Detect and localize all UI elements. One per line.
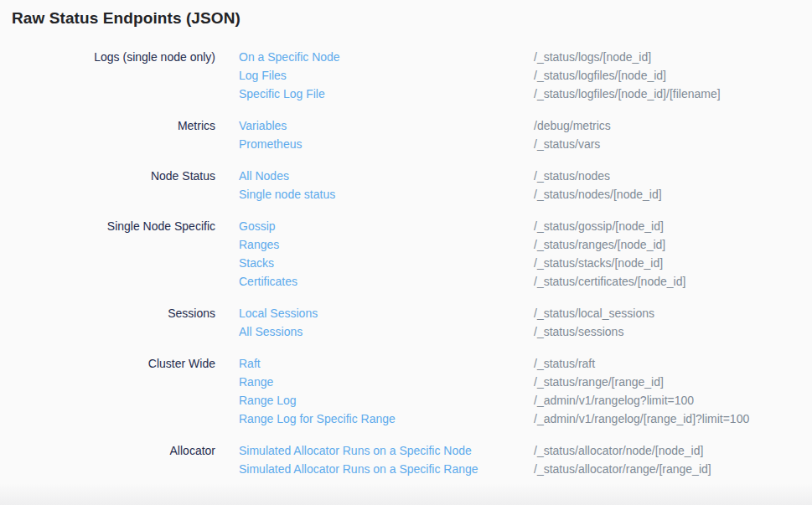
endpoint-path: /_status/nodes: [534, 167, 812, 185]
endpoint-row: Range Log for Specific Range/_admin/v1/r…: [239, 410, 812, 428]
endpoint-path: /_status/nodes/[node_id]: [534, 185, 812, 204]
endpoint-row: Raft/_status/raft: [239, 354, 812, 373]
endpoint-row: Log Files/_status/logfiles/[node_id]: [239, 66, 812, 85]
endpoint-row: Simulated Allocator Runs on a Specific R…: [239, 460, 812, 478]
endpoint-path: /_status/sessions: [534, 322, 812, 341]
entry-list: Variables/debug/metricsPrometheus/_statu…: [239, 116, 812, 153]
endpoint-path: /_status/certificates/[node_id]: [534, 272, 812, 291]
endpoint-link[interactable]: Variables: [239, 116, 534, 135]
endpoint-link[interactable]: Range Log: [239, 391, 534, 410]
endpoint-row: Simulated Allocator Runs on a Specific N…: [239, 441, 812, 460]
endpoint-row: All Sessions/_status/sessions: [239, 322, 812, 341]
endpoint-path: /_status/logfiles/[node_id]/[filename]: [534, 85, 812, 103]
endpoint-link[interactable]: Gossip: [239, 217, 534, 235]
endpoint-path: /_status/allocator/node/[node_id]: [534, 441, 812, 460]
endpoint-path: /_status/local_sessions: [534, 304, 812, 322]
endpoint-group: SessionsLocal Sessions/_status/local_ses…: [0, 304, 812, 341]
endpoint-link[interactable]: Single node status: [239, 185, 534, 204]
category-label: Allocator: [0, 441, 215, 478]
category-label: Single Node Specific: [0, 217, 215, 291]
endpoint-path: /_status/gossip/[node_id]: [534, 217, 812, 235]
page-title: Raw Status Endpoints (JSON): [12, 9, 240, 28]
endpoint-row: Specific Log File/_status/logfiles/[node…: [239, 85, 812, 103]
entry-list: Simulated Allocator Runs on a Specific N…: [239, 441, 812, 478]
endpoint-link[interactable]: Raft: [239, 354, 534, 373]
endpoint-path: /debug/metrics: [534, 116, 812, 135]
endpoint-group: Cluster WideRaft/_status/raftRange/_stat…: [0, 354, 812, 428]
endpoint-link[interactable]: Simulated Allocator Runs on a Specific R…: [239, 460, 534, 478]
endpoint-row: Range Log/_admin/v1/rangelog?limit=100: [239, 391, 812, 410]
endpoint-link[interactable]: Range Log for Specific Range: [239, 410, 534, 428]
endpoint-group: AllocatorSimulated Allocator Runs on a S…: [0, 441, 812, 478]
endpoint-row: Single node status/_status/nodes/[node_i…: [239, 185, 812, 204]
endpoint-path: /_status/logfiles/[node_id]: [534, 66, 812, 85]
endpoint-path: /_status/stacks/[node_id]: [534, 254, 812, 272]
endpoint-group: Logs (single node only)On a Specific Nod…: [0, 48, 812, 103]
endpoint-row: Gossip/_status/gossip/[node_id]: [239, 217, 812, 235]
endpoint-path: /_status/logs/[node_id]: [534, 48, 812, 66]
endpoint-group: MetricsVariables/debug/metricsPrometheus…: [0, 116, 812, 153]
endpoint-row: Variables/debug/metrics: [239, 116, 812, 135]
endpoint-groups: Logs (single node only)On a Specific Nod…: [0, 48, 812, 492]
endpoint-row: Certificates/_status/certificates/[node_…: [239, 272, 812, 291]
endpoint-path: /_status/raft: [534, 354, 812, 373]
endpoint-link[interactable]: All Sessions: [239, 322, 534, 341]
endpoint-link[interactable]: Prometheus: [239, 135, 534, 153]
endpoint-row: On a Specific Node/_status/logs/[node_id…: [239, 48, 812, 66]
entry-list: Raft/_status/raftRange/_status/range/[ra…: [239, 354, 812, 428]
endpoint-path: /_status/range/[range_id]: [534, 373, 812, 391]
endpoint-row: Range/_status/range/[range_id]: [239, 373, 812, 391]
endpoint-link[interactable]: On a Specific Node: [239, 48, 534, 66]
entry-list: On a Specific Node/_status/logs/[node_id…: [239, 48, 812, 103]
entry-list: All Nodes/_status/nodesSingle node statu…: [239, 167, 812, 204]
endpoint-link[interactable]: Log Files: [239, 66, 534, 85]
category-label: Sessions: [0, 304, 215, 341]
endpoint-link[interactable]: Specific Log File: [239, 85, 534, 103]
endpoint-path: /_status/allocator/range/[range_id]: [534, 460, 812, 478]
endpoint-row: Local Sessions/_status/local_sessions: [239, 304, 812, 322]
endpoint-path: /_admin/v1/rangelog/[range_id]?limit=100: [534, 410, 812, 428]
category-label: Metrics: [0, 116, 215, 153]
endpoint-row: Ranges/_status/ranges/[node_id]: [239, 235, 812, 254]
endpoint-group: Single Node SpecificGossip/_status/gossi…: [0, 217, 812, 291]
endpoint-path: /_status/ranges/[node_id]: [534, 235, 812, 254]
endpoint-link[interactable]: Certificates: [239, 272, 534, 291]
category-label: Logs (single node only): [0, 48, 215, 103]
entry-list: Gossip/_status/gossip/[node_id]Ranges/_s…: [239, 217, 812, 291]
category-label: Node Status: [0, 167, 215, 204]
endpoint-link[interactable]: Simulated Allocator Runs on a Specific N…: [239, 441, 534, 460]
endpoint-link[interactable]: All Nodes: [239, 167, 534, 185]
endpoint-path: /_admin/v1/rangelog?limit=100: [534, 391, 812, 410]
endpoint-link[interactable]: Range: [239, 373, 534, 391]
entry-list: Local Sessions/_status/local_sessionsAll…: [239, 304, 812, 341]
endpoint-group: Node StatusAll Nodes/_status/nodesSingle…: [0, 167, 812, 204]
endpoint-link[interactable]: Ranges: [239, 235, 534, 254]
endpoint-link[interactable]: Local Sessions: [239, 304, 534, 322]
endpoint-row: All Nodes/_status/nodes: [239, 167, 812, 185]
category-label: Cluster Wide: [0, 354, 215, 428]
endpoint-row: Stacks/_status/stacks/[node_id]: [239, 254, 812, 272]
endpoint-link[interactable]: Stacks: [239, 254, 534, 272]
endpoint-row: Prometheus/_status/vars: [239, 135, 812, 153]
endpoint-path: /_status/vars: [534, 135, 812, 153]
